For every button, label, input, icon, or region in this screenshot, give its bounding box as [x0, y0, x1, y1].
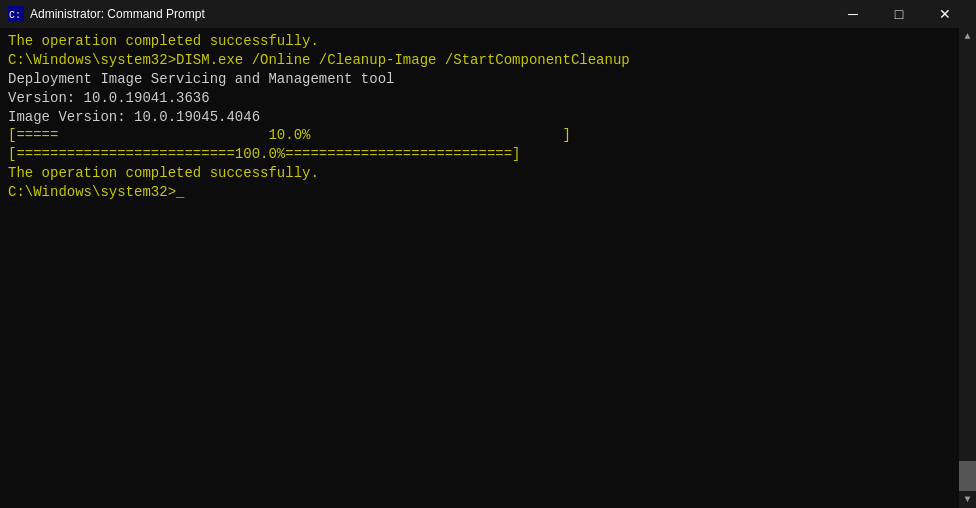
close-button[interactable]: ✕ — [922, 0, 968, 28]
line-dism-title: Deployment Image Servicing and Managemen… — [8, 70, 968, 89]
terminal-body[interactable]: The operation completed successfully.C:\… — [0, 28, 976, 508]
window-title: Administrator: Command Prompt — [30, 7, 830, 21]
svg-text:C:: C: — [9, 10, 21, 21]
line-version: Version: 10.0.19041.3636 — [8, 89, 968, 108]
line-progress-1: [===== 10.0% ] — [8, 126, 968, 145]
minimize-button[interactable]: ─ — [830, 0, 876, 28]
scrollbar[interactable]: ▲ ▼ — [959, 28, 976, 508]
window-controls: ─ □ ✕ — [830, 0, 968, 28]
cmd-icon: C: — [8, 6, 24, 22]
scroll-thumb[interactable] — [959, 461, 976, 491]
scroll-track — [959, 45, 976, 491]
line-prompt: C:\Windows\system32>_ — [8, 183, 968, 202]
line-op-success-1: The operation completed successfully. — [8, 32, 968, 51]
line-op-success-2: The operation completed successfully. — [8, 164, 968, 183]
scroll-up-arrow[interactable]: ▲ — [959, 28, 976, 45]
title-bar: C: Administrator: Command Prompt ─ □ ✕ — [0, 0, 976, 28]
line-image-version: Image Version: 10.0.19045.4046 — [8, 108, 968, 127]
line-command: C:\Windows\system32>DISM.exe /Online /Cl… — [8, 51, 968, 70]
scroll-down-arrow[interactable]: ▼ — [959, 491, 976, 508]
maximize-button[interactable]: □ — [876, 0, 922, 28]
command-prompt-window: C: Administrator: Command Prompt ─ □ ✕ T… — [0, 0, 976, 508]
terminal-output: The operation completed successfully.C:\… — [8, 32, 968, 202]
line-progress-2: [==========================100.0%=======… — [8, 145, 968, 164]
